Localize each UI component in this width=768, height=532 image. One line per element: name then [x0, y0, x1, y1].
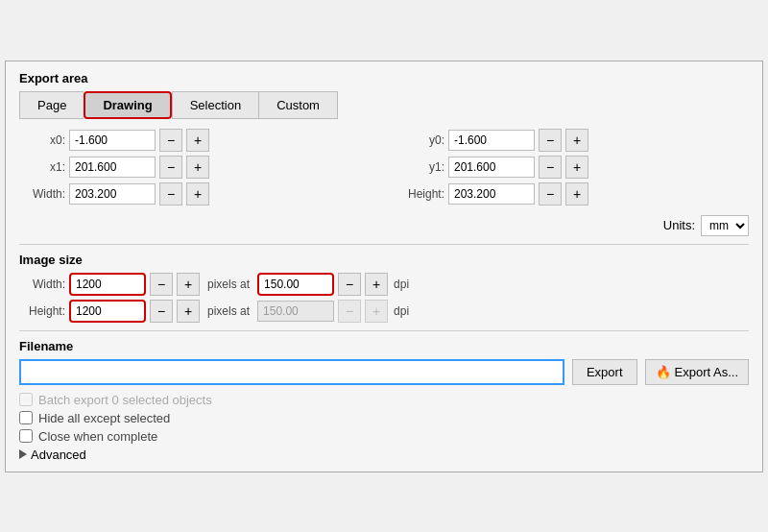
y0-minus-btn[interactable]: − [539, 129, 562, 152]
y1-label: y1: [398, 160, 444, 174]
export-area-grid: x0: − + x1: − + Width: − + y0: [19, 129, 749, 209]
units-row: Units: mm [19, 215, 749, 236]
hide-except-checkbox[interactable] [19, 411, 33, 424]
img-width-plus-btn[interactable]: + [177, 273, 200, 296]
pixels-at-label-1: pixels at [207, 278, 250, 291]
height-input[interactable] [448, 183, 535, 205]
height-row: Height: − + [398, 182, 749, 206]
export-as-icon: 🔥 [656, 365, 671, 379]
x0-label: x0: [19, 133, 65, 147]
advanced-triangle-icon [19, 449, 27, 459]
export-dialog: Export area Page Drawing Selection Custo… [5, 60, 763, 472]
tab-custom[interactable]: Custom [258, 91, 338, 119]
width-input[interactable] [69, 183, 156, 205]
dpi-label-1: dpi [394, 278, 409, 291]
width-minus-btn[interactable]: − [159, 182, 182, 206]
tab-drawing[interactable]: Drawing [84, 91, 171, 119]
height-minus-btn[interactable]: − [539, 182, 562, 206]
img-width-minus-btn[interactable]: − [150, 273, 173, 296]
x1-input[interactable] [69, 157, 156, 178]
y0-row: y0: − + [398, 129, 749, 152]
y0-input[interactable] [448, 130, 535, 151]
close-when-complete-label[interactable]: Close when complete [38, 429, 157, 444]
image-size-title: Image size [19, 253, 749, 267]
batch-export-label: Batch export 0 selected objects [38, 393, 212, 407]
advanced-label[interactable]: Advanced [31, 447, 86, 462]
x1-label: x1: [19, 160, 65, 174]
batch-export-checkbox [19, 393, 33, 406]
dpi-input-1[interactable] [257, 273, 334, 296]
tab-page[interactable]: Page [19, 91, 84, 119]
x0-row: x0: − + [19, 129, 370, 152]
y1-row: y1: − + [398, 156, 749, 179]
img-height-input[interactable] [69, 300, 146, 323]
filename-input[interactable] [19, 359, 564, 385]
advanced-row[interactable]: Advanced [19, 447, 749, 462]
x0-minus-btn[interactable]: − [159, 129, 182, 152]
pixels-at-label-2: pixels at [207, 304, 250, 318]
img-width-input[interactable] [69, 273, 146, 296]
units-label: Units: [663, 218, 695, 232]
hide-except-row: Hide all except selected [19, 411, 749, 425]
y0-label: y0: [398, 133, 444, 147]
dpi2-minus-btn: − [338, 300, 361, 323]
x1-minus-btn[interactable]: − [159, 156, 182, 179]
tab-selection[interactable]: Selection [172, 91, 258, 119]
img-height-minus-btn[interactable]: − [150, 300, 173, 323]
height-plus-btn[interactable]: + [565, 182, 588, 206]
img-height-label: Height: [19, 304, 65, 318]
filename-title: Filename [19, 339, 749, 353]
img-height-row: Height: − + pixels at − + dpi [19, 300, 749, 323]
export-area-title: Export area [19, 71, 749, 85]
export-as-button[interactable]: 🔥 Export As... [645, 359, 749, 385]
dpi-input-2 [257, 301, 334, 322]
units-select[interactable]: mm [701, 215, 749, 236]
close-when-complete-row: Close when complete [19, 429, 749, 444]
img-width-row: Width: − + pixels at − + dpi [19, 273, 749, 296]
width-label: Width: [19, 187, 65, 201]
left-coords: x0: − + x1: − + Width: − + [19, 129, 370, 209]
close-when-complete-checkbox[interactable] [19, 429, 33, 443]
right-coords: y0: − + y1: − + Height: − + [398, 129, 749, 209]
width-plus-btn[interactable]: + [186, 182, 209, 206]
x0-input[interactable] [69, 130, 156, 151]
x0-plus-btn[interactable]: + [186, 129, 209, 152]
img-width-label: Width: [19, 278, 65, 291]
filename-row: Export 🔥 Export As... [19, 359, 749, 385]
hide-except-label[interactable]: Hide all except selected [38, 411, 170, 425]
x1-plus-btn[interactable]: + [186, 156, 209, 179]
width-row: Width: − + [19, 182, 370, 206]
img-height-plus-btn[interactable]: + [177, 300, 200, 323]
y1-minus-btn[interactable]: − [539, 156, 562, 179]
export-area-tabs: Page Drawing Selection Custom [19, 91, 749, 119]
export-as-label: Export As... [675, 365, 738, 379]
dpi-label-2: dpi [394, 304, 409, 318]
export-button[interactable]: Export [572, 359, 637, 385]
height-label: Height: [398, 187, 444, 201]
y0-plus-btn[interactable]: + [565, 129, 588, 152]
dpi1-minus-btn[interactable]: − [338, 273, 361, 296]
y1-input[interactable] [448, 157, 535, 178]
dpi1-plus-btn[interactable]: + [365, 273, 388, 296]
y1-plus-btn[interactable]: + [565, 156, 588, 179]
batch-export-row: Batch export 0 selected objects [19, 393, 749, 407]
x1-row: x1: − + [19, 156, 370, 179]
dpi2-plus-btn: + [365, 300, 388, 323]
